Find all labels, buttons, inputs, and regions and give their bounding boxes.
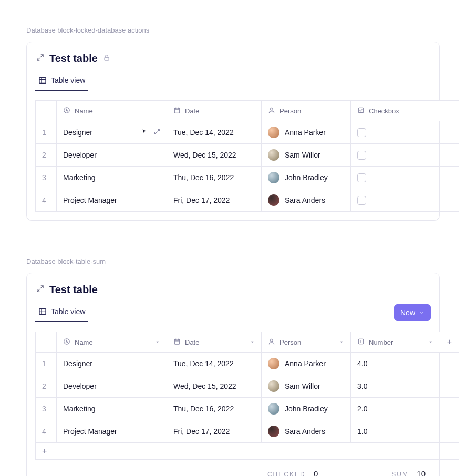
checkbox[interactable] [357,128,366,137]
expand-icon[interactable] [36,54,44,64]
cell-name[interactable]: Designer [57,353,167,375]
column-header-name[interactable]: Name [57,332,167,353]
header-row: Name Date Person [36,101,459,121]
chevron-down-icon[interactable] [428,338,433,346]
cell-person[interactable]: Sara Anders [285,427,325,436]
summary-checked-value: 0 [314,469,318,476]
tab-table-view[interactable]: Table view [35,72,88,91]
cell-date[interactable]: Fri, Dec 17, 2022 [167,420,262,443]
summary-sum-value: 10 [417,469,426,476]
filter-header[interactable] [36,332,57,353]
cell-date[interactable]: Wed, Dec 15, 2022 [167,375,262,398]
text-column-icon [63,338,70,347]
row-index: 4 [36,420,57,443]
number-column-icon [357,338,365,347]
cell-person[interactable]: Sam Willor [285,151,320,159]
svg-rect-5 [358,108,363,112]
tab-label: Table view [51,307,85,316]
database-panel-locked: Test table Table view Name [26,42,440,221]
cell-date[interactable]: Tue, Dec 14, 2022 [167,353,262,375]
cell-name[interactable]: Project Manager [57,420,167,443]
cell-person[interactable]: John Bradley [285,405,328,413]
svg-rect-3 [174,108,179,112]
cell-number[interactable]: 3.0 [351,375,440,398]
header-row: Name Date Person [36,332,459,353]
cell-name[interactable]: Designer [63,128,92,137]
chevron-down-icon[interactable] [339,338,344,346]
cell-number[interactable]: 4.0 [351,353,440,375]
svg-rect-8 [174,339,179,344]
cell-person[interactable]: Anna Parker [285,359,326,368]
table-row[interactable]: 2 Developer Wed, Dec 15, 2022 Sam Willor [36,144,459,167]
column-header-date[interactable]: Date [167,101,262,121]
add-row-button[interactable]: + [36,443,459,460]
person-icon [268,338,275,347]
table-row[interactable]: 2 Developer Wed, Dec 15, 2022 Sam Willor… [36,375,459,398]
cell-date[interactable]: Tue, Dec 14, 2022 [167,121,262,144]
row-index: 3 [36,398,57,420]
column-spacer [440,101,459,121]
column-label: Date [185,338,199,346]
plus-icon: + [447,337,452,346]
cell-date[interactable]: Thu, Dec 16, 2022 [167,167,262,189]
avatar [268,172,279,183]
table-summary: CHECKED 0 SUM 10 [35,460,431,476]
cell-number[interactable]: 1.0 [351,420,440,443]
cell-name[interactable]: Developer [57,375,167,398]
column-header-date[interactable]: Date [167,332,262,353]
avatar [268,426,279,437]
column-header-checkbox[interactable]: Checkbox [351,101,440,121]
chevron-down-icon[interactable] [155,338,160,346]
column-header-person[interactable]: Person [262,332,351,353]
column-header-person[interactable]: Person [262,101,351,121]
new-button-label: New [400,308,415,317]
column-label: Name [75,338,93,346]
table-row[interactable]: 4 Project Manager Fri, Dec 17, 2022 Sara… [36,189,459,212]
chevron-down-icon[interactable] [250,338,255,346]
column-label: Date [185,107,199,115]
tab-label: Table view [51,76,85,85]
filter-icon [42,108,50,116]
checkbox[interactable] [357,196,366,205]
filter-header[interactable] [36,101,57,121]
checkbox-icon [357,107,365,116]
cell-person[interactable]: Anna Parker [285,128,326,137]
table-row[interactable]: 1 Designer Tue, Dec 14, 2022 Anna Parker [36,121,459,144]
open-row-icon[interactable] [154,128,160,137]
cell-person[interactable]: Sam Willor [285,382,320,390]
tab-table-view[interactable]: Table view [35,303,88,322]
expand-icon[interactable] [36,285,44,295]
column-header-number[interactable]: Number [351,332,440,353]
column-label: Person [279,107,301,115]
cell-name[interactable]: Developer [57,144,167,167]
summary-sum-label: SUM [391,471,409,476]
column-header-name[interactable]: Name [57,101,167,121]
new-button[interactable]: New [394,304,431,321]
cell-date[interactable]: Fri, Dec 17, 2022 [167,189,262,212]
plus-icon: + [42,447,47,456]
filter-icon [42,339,50,347]
section-caption: Database block-table-sum [26,257,440,265]
table-row[interactable]: 3 Marketing Thu, Dec 16, 2022 John Bradl… [36,167,459,189]
cell-name[interactable]: Marketing [57,167,167,189]
lock-icon [103,54,110,64]
calendar-icon [173,338,181,347]
table-row[interactable]: 4 Project Manager Fri, Dec 17, 2022 Sara… [36,420,459,443]
cell-name[interactable]: Project Manager [57,189,167,212]
checkbox[interactable] [357,173,366,182]
table-row[interactable]: 1 Designer Tue, Dec 14, 2022 Anna Parker… [36,353,459,375]
add-column-button[interactable]: + [440,332,459,353]
cell-person[interactable]: John Bradley [285,173,328,182]
cell-number[interactable]: 2.0 [351,398,440,420]
svg-point-4 [271,108,273,110]
cell-name[interactable]: Marketing [57,398,167,420]
table-title: Test table [49,284,98,296]
cell-date[interactable]: Thu, Dec 16, 2022 [167,398,262,420]
svg-rect-0 [105,57,109,60]
section-caption: Database block-locked-database actions [26,26,440,34]
cell-date[interactable]: Wed, Dec 15, 2022 [167,144,262,167]
checkbox[interactable] [357,151,366,160]
row-index: 2 [36,375,57,398]
cell-person[interactable]: Sara Anders [285,196,325,204]
table-row[interactable]: 3 Marketing Thu, Dec 16, 2022 John Bradl… [36,398,459,420]
